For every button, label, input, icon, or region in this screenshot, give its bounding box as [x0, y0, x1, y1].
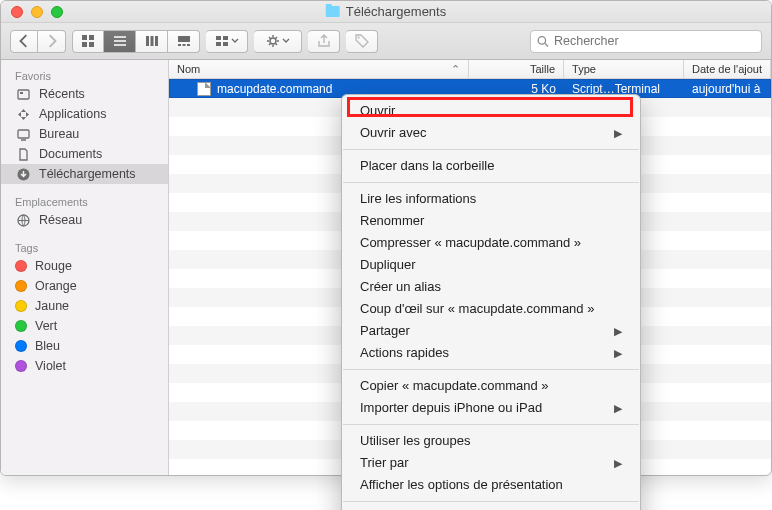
menu-separator: [343, 369, 639, 370]
search-icon: [537, 35, 549, 48]
sidebar-item-documents[interactable]: Documents: [1, 144, 168, 164]
svg-rect-0: [82, 35, 87, 40]
tag-dot-icon: [15, 300, 27, 312]
submenu-chevron-icon: ▶: [614, 124, 622, 142]
share-button[interactable]: [308, 30, 340, 53]
submenu-chevron-icon: ▶: [614, 344, 622, 362]
svg-rect-1: [89, 35, 94, 40]
svg-point-17: [538, 36, 545, 43]
gallery-icon: [177, 34, 191, 48]
window-title-text: Téléchargements: [346, 4, 446, 19]
sidebar-tag-violet[interactable]: Violet: [1, 356, 168, 376]
action-menu-button[interactable]: [254, 30, 302, 53]
menu-separator: [343, 149, 639, 150]
sidebar: Favoris Récents Applications Bureau Docu…: [1, 60, 169, 475]
recents-icon: [15, 87, 31, 101]
svg-rect-5: [150, 36, 153, 46]
icon-view-button[interactable]: [72, 30, 104, 53]
context-menu: OuvrirOuvrir avec▶Placer dans la corbeil…: [341, 94, 641, 510]
menu-item[interactable]: Créer un alias: [342, 276, 640, 298]
tag-dot-icon: [15, 260, 27, 272]
forward-button[interactable]: [38, 30, 66, 53]
tag-dot-icon: [15, 320, 27, 332]
column-view-button[interactable]: [136, 30, 168, 53]
menu-item[interactable]: Copier « macupdate.command »: [342, 375, 640, 397]
tags-button[interactable]: [346, 30, 378, 53]
menu-item[interactable]: Importer depuis iPhone ou iPad▶: [342, 397, 640, 419]
menu-item[interactable]: Compresser « macupdate.command »: [342, 232, 640, 254]
svg-rect-3: [89, 42, 94, 47]
menu-item[interactable]: Dupliquer: [342, 254, 640, 276]
sidebar-item-network[interactable]: Réseau: [1, 210, 168, 230]
svg-rect-12: [223, 36, 228, 40]
titlebar: Téléchargements: [1, 1, 771, 23]
sidebar-item-desktop[interactable]: Bureau: [1, 124, 168, 144]
sidebar-item-recents[interactable]: Récents: [1, 84, 168, 104]
column-name[interactable]: Nom ⌃: [169, 60, 469, 78]
applications-icon: [15, 107, 31, 121]
list-view-button[interactable]: [104, 30, 136, 53]
menu-item[interactable]: Utiliser les groupes: [342, 430, 640, 452]
menu-item[interactable]: Actions rapides▶: [342, 342, 640, 364]
window-title: Téléchargements: [326, 4, 446, 19]
chevron-left-icon: [17, 34, 31, 48]
menu-item[interactable]: Coup d'œil sur « macupdate.command »: [342, 298, 640, 320]
network-icon: [15, 213, 31, 227]
svg-point-15: [270, 38, 276, 44]
sidebar-item-applications[interactable]: Applications: [1, 104, 168, 124]
tag-dot-icon: [15, 280, 27, 292]
sidebar-tag-jaune[interactable]: Jaune: [1, 296, 168, 316]
gallery-view-button[interactable]: [168, 30, 200, 53]
minimize-window-button[interactable]: [31, 6, 43, 18]
window-controls: [1, 6, 63, 18]
menu-item[interactable]: Ouvrir: [342, 100, 640, 122]
svg-rect-6: [155, 36, 158, 46]
grid-icon: [81, 34, 95, 48]
sidebar-tag-orange[interactable]: Orange: [1, 276, 168, 296]
tag-dot-icon: [15, 360, 27, 372]
search-input[interactable]: [554, 34, 755, 48]
svg-rect-18: [18, 90, 29, 99]
menu-item[interactable]: Lire les informations: [342, 188, 640, 210]
sidebar-tag-rouge[interactable]: Rouge: [1, 256, 168, 276]
view-switcher: [72, 30, 200, 53]
menu-item[interactable]: Renommer: [342, 210, 640, 232]
back-button[interactable]: [10, 30, 38, 53]
column-size[interactable]: Taille: [469, 60, 564, 78]
documents-icon: [15, 147, 31, 161]
sidebar-section-locations: Emplacements: [1, 192, 168, 210]
svg-rect-8: [178, 44, 181, 46]
sidebar-section-favorites: Favoris: [1, 66, 168, 84]
search-field[interactable]: [530, 30, 762, 53]
svg-rect-2: [82, 42, 87, 47]
menu-item[interactable]: Placer dans la corbeille: [342, 155, 640, 177]
gear-icon: [266, 34, 280, 48]
column-date[interactable]: Date de l'ajout: [684, 60, 771, 78]
submenu-chevron-icon: ▶: [614, 454, 622, 472]
sidebar-tag-bleu[interactable]: Bleu: [1, 336, 168, 356]
groups-button[interactable]: [206, 30, 248, 53]
file-icon: [197, 82, 211, 96]
close-window-button[interactable]: [11, 6, 23, 18]
svg-point-16: [357, 37, 359, 39]
groups-icon: [215, 34, 229, 48]
svg-rect-13: [216, 42, 221, 46]
menu-item[interactable]: Ouvrir avec▶: [342, 122, 640, 144]
menu-item[interactable]: Partager▶: [342, 320, 640, 342]
svg-rect-9: [182, 44, 185, 46]
share-icon: [317, 34, 331, 48]
sidebar-item-downloads[interactable]: Téléchargements: [1, 164, 168, 184]
zoom-window-button[interactable]: [51, 6, 63, 18]
nav-buttons: [10, 30, 66, 53]
chevron-down-icon: [231, 37, 239, 45]
svg-rect-20: [18, 130, 29, 138]
menu-item[interactable]: Trier par▶: [342, 452, 640, 474]
chevron-right-icon: [45, 34, 59, 48]
svg-rect-10: [187, 44, 190, 46]
svg-rect-19: [20, 92, 23, 94]
downloads-icon: [15, 167, 31, 181]
sidebar-tag-vert[interactable]: Vert: [1, 316, 168, 336]
menu-item[interactable]: Afficher les options de présentation: [342, 474, 640, 496]
submenu-chevron-icon: ▶: [614, 399, 622, 417]
column-type[interactable]: Type: [564, 60, 684, 78]
